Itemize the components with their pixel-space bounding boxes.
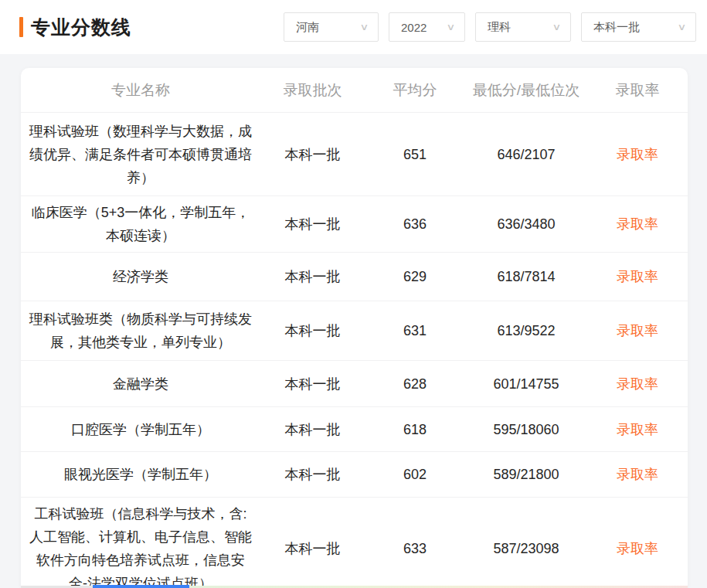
major-name-cell: 眼视光医学（学制五年） xyxy=(21,458,260,491)
table-row: 工科试验班（信息科学与技术，含:人工智能、计算机、电子信息、智能软件方向特色培养… xyxy=(21,497,688,588)
bottom-peek-blue-segment xyxy=(93,585,189,588)
avg-score-cell: 618 xyxy=(365,418,465,441)
batch-cell: 本科一批 xyxy=(260,212,365,236)
batch-select[interactable]: 本科一批 ∨ xyxy=(581,12,696,42)
major-name-cell: 金融学类 xyxy=(21,368,260,400)
subject-type-select-value: 理科 xyxy=(488,20,511,35)
min-score-rank-cell: 589/21800 xyxy=(465,463,587,486)
admission-rate-link[interactable]: 录取率 xyxy=(617,376,658,392)
avg-score-cell: 602 xyxy=(365,463,465,486)
min-score-rank-cell: 601/14755 xyxy=(465,372,587,396)
page-header: 专业分数线 河南 ∨ 2022 ∨ 理科 ∨ 本科一批 ∨ xyxy=(0,0,707,54)
avg-score-cell: 629 xyxy=(365,265,465,288)
score-table-card: 专业名称 录取批次 平均分 最低分/最低位次 录取率 理科试验班（数理科学与大数… xyxy=(21,68,688,588)
min-score-rank-cell: 595/18060 xyxy=(465,418,587,441)
table-header-row: 专业名称 录取批次 平均分 最低分/最低位次 录取率 xyxy=(21,68,688,112)
chevron-down-icon: ∨ xyxy=(360,22,369,32)
table-row: 临床医学（5+3一体化，学制五年，本硕连读） 本科一批 636 636/3480… xyxy=(21,195,688,252)
batch-cell: 本科一批 xyxy=(260,143,365,166)
batch-cell: 本科一批 xyxy=(260,418,365,441)
avg-score-cell: 633 xyxy=(365,537,465,560)
table-row: 理科试验班（数理科学与大数据，成绩优异、满足条件者可本硕博贯通培养） 本科一批 … xyxy=(21,112,688,195)
province-select-value: 河南 xyxy=(296,20,319,35)
page-title: 专业分数线 xyxy=(31,15,131,40)
admission-rate-link[interactable]: 录取率 xyxy=(617,147,658,162)
chevron-down-icon: ∨ xyxy=(552,22,562,32)
avg-score-cell: 628 xyxy=(365,372,465,396)
batch-cell: 本科一批 xyxy=(260,537,365,560)
admission-rate-link[interactable]: 录取率 xyxy=(617,269,658,284)
table-row: 经济学类 本科一批 629 618/7814 录取率 xyxy=(21,252,688,301)
avg-score-cell: 651 xyxy=(365,143,465,166)
batch-cell: 本科一批 xyxy=(260,463,365,486)
year-select[interactable]: 2022 ∨ xyxy=(389,12,465,42)
major-name-cell: 临床医学（5+3一体化，学制五年，本硕连读） xyxy=(21,196,260,252)
province-select[interactable]: 河南 ∨ xyxy=(284,12,379,42)
min-score-rank-cell: 618/7814 xyxy=(465,265,587,288)
avg-score-cell: 636 xyxy=(365,212,465,236)
table-row: 口腔医学（学制五年） 本科一批 618 595/18060 录取率 xyxy=(21,406,688,451)
major-name-cell: 工科试验班（信息科学与技术，含:人工智能、计算机、电子信息、智能软件方向特色培养… xyxy=(21,498,260,588)
min-score-rank-cell: 613/9522 xyxy=(465,319,587,342)
chevron-down-icon: ∨ xyxy=(447,22,456,32)
title-accent-bar xyxy=(19,17,23,37)
major-name-cell: 经济学类 xyxy=(21,260,260,293)
page-title-block: 专业分数线 xyxy=(19,15,131,40)
admission-rate-link[interactable]: 录取率 xyxy=(617,323,658,338)
avg-score-cell: 631 xyxy=(365,319,465,342)
column-header-min: 最低分/最低位次 xyxy=(465,68,587,112)
admission-rate-link[interactable]: 录取率 xyxy=(617,467,658,482)
major-name-cell: 理科试验班类（物质科学与可持续发展，其他类专业，单列专业） xyxy=(21,303,260,359)
column-header-major: 专业名称 xyxy=(21,68,260,112)
column-header-batch: 录取批次 xyxy=(260,68,365,112)
column-header-rate: 录取率 xyxy=(587,68,688,112)
min-score-rank-cell: 587/23098 xyxy=(465,537,587,560)
table-row: 金融学类 本科一批 628 601/14755 录取率 xyxy=(21,360,688,406)
chevron-down-icon: ∨ xyxy=(678,22,687,32)
subject-type-select[interactable]: 理科 ∨ xyxy=(475,12,571,42)
batch-cell: 本科一批 xyxy=(260,319,365,342)
batch-select-value: 本科一批 xyxy=(593,20,640,35)
year-select-value: 2022 xyxy=(401,21,427,34)
batch-cell: 本科一批 xyxy=(260,372,365,396)
batch-cell: 本科一批 xyxy=(260,265,365,288)
admission-rate-link[interactable]: 录取率 xyxy=(617,422,658,437)
column-header-avg: 平均分 xyxy=(365,68,465,112)
table-row: 眼视光医学（学制五年） 本科一批 602 589/21800 录取率 xyxy=(21,451,688,497)
admission-rate-link[interactable]: 录取率 xyxy=(617,216,658,232)
major-name-cell: 理科试验班（数理科学与大数据，成绩优异、满足条件者可本硕博贯通培养） xyxy=(21,115,260,194)
filter-bar: 河南 ∨ 2022 ∨ 理科 ∨ 本科一批 ∨ xyxy=(284,12,696,42)
major-name-cell: 口腔医学（学制五年） xyxy=(21,413,260,446)
min-score-rank-cell: 636/3480 xyxy=(465,212,587,236)
table-row: 理科试验班类（物质科学与可持续发展，其他类专业，单列专业） 本科一批 631 6… xyxy=(21,301,688,360)
min-score-rank-cell: 646/2107 xyxy=(465,143,587,166)
admission-rate-link[interactable]: 录取率 xyxy=(617,541,658,556)
